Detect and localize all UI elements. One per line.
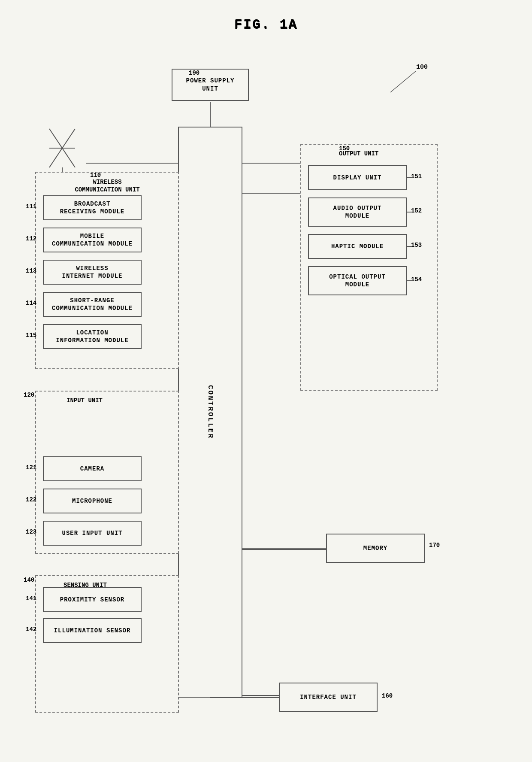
- label-150: 150: [339, 145, 350, 152]
- svg-line-19: [49, 129, 75, 167]
- label-170: 170: [429, 542, 440, 549]
- label-140: 140: [24, 577, 34, 583]
- label-151: 151: [411, 173, 422, 180]
- label-wireless-title: WIRELESSCOMMUNICATION UNIT: [56, 178, 159, 194]
- label-190: 190: [189, 70, 200, 76]
- label-153: 153: [411, 242, 422, 249]
- label-152: 152: [411, 207, 422, 214]
- box-user-input: USER INPUT UNIT: [43, 521, 142, 546]
- label-120: 120: [24, 392, 34, 398]
- label-110: 110: [90, 172, 101, 179]
- box-memory: MEMORY: [326, 534, 425, 563]
- label-122: 122: [26, 496, 36, 503]
- box-short-range: SHORT-RANGE COMMUNICATION MODULE: [43, 292, 142, 317]
- box-location: LOCATION INFORMATION MODULE: [43, 324, 142, 349]
- label-142: 142: [26, 626, 36, 633]
- label-160: 160: [382, 692, 393, 699]
- label-154: 154: [411, 276, 422, 283]
- box-microphone: MICROPHONE: [43, 489, 142, 513]
- label-113: 113: [26, 267, 36, 274]
- label-input-title: INPUT UNIT: [66, 397, 103, 404]
- box-haptic: HAPTIC MODULE: [308, 234, 407, 259]
- label-111: 111: [26, 203, 36, 210]
- arrow-100: [382, 69, 425, 94]
- label-112: 112: [26, 235, 36, 242]
- box-display: DISPLAY UNIT: [308, 165, 407, 190]
- box-camera: CAMERA: [43, 456, 142, 481]
- box-broadcast: BROADCAST RECEIVING MODULE: [43, 195, 142, 220]
- title-text: FIG. 1A: [0, 17, 532, 32]
- label-121: 121: [26, 464, 36, 471]
- label-114: 114: [26, 300, 36, 307]
- box-optical-output: OPTICAL OUTPUT MODULE: [308, 266, 407, 295]
- box-wireless-internet: WIRELESS INTERNET MODULE: [43, 260, 142, 285]
- svg-line-24: [390, 71, 416, 92]
- label-115: 115: [26, 332, 36, 339]
- box-proximity: PROXIMITY SENSOR: [43, 587, 142, 612]
- box-audio-output: AUDIO OUTPUT MODULE: [308, 197, 407, 227]
- label-141: 141: [26, 595, 36, 602]
- box-illumination: ILLUMINATION SENSOR: [43, 618, 142, 643]
- box-controller: CONTROLLER: [178, 127, 242, 698]
- box-interface: INTERFACE UNIT: [279, 683, 378, 712]
- box-power-supply: POWER SUPPLY UNIT: [172, 69, 249, 101]
- svg-line-20: [49, 129, 75, 167]
- label-123: 123: [26, 528, 36, 535]
- box-mobile-comm: MOBILE COMMUNICATION MODULE: [43, 228, 142, 252]
